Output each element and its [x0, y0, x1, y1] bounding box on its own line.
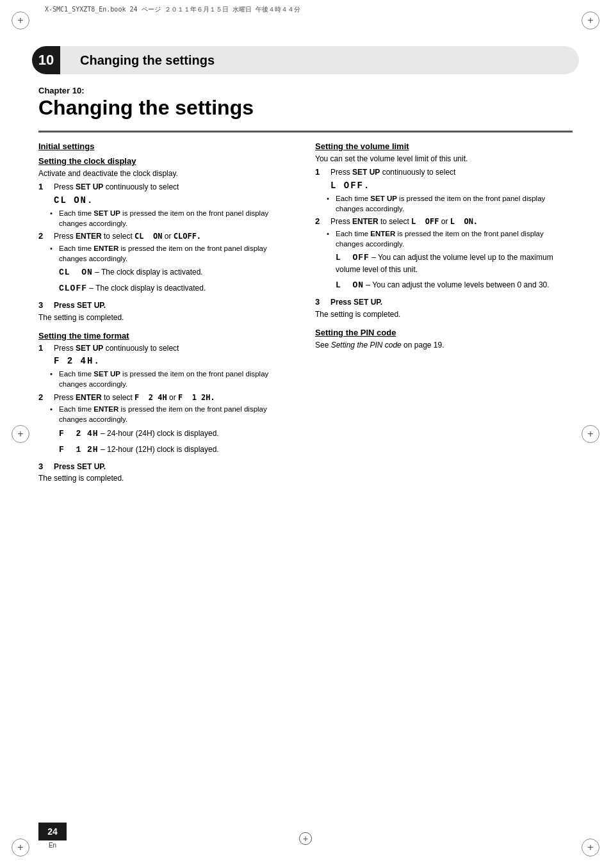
time-option2-text: – 12-hour (12H) clock is displayed.: [101, 445, 219, 454]
header-bar: 10 Changing the settings: [32, 46, 579, 74]
volume-option2: L ON – You can adjust the volume levels …: [336, 279, 573, 292]
time-step3-text: Press SET UP.: [54, 462, 296, 472]
page-number: 24: [38, 823, 67, 840]
volume-step3-sub: The setting is completed.: [315, 309, 573, 320]
volume-option1: L OFF – You can adjust the volume level …: [336, 252, 573, 276]
time-step3: 3 Press SET UP.: [38, 462, 296, 472]
header-title: Changing the settings: [80, 53, 215, 68]
volume-option2-display: L ON: [336, 280, 364, 290]
volume-step1-number: 1: [315, 167, 325, 177]
time-step2-text: Press ENTER to select F 2 4H or F 1 2H.: [54, 392, 296, 403]
volume-step1-display: L OFF.: [330, 181, 573, 191]
registration-mark-bottom-right: [582, 839, 599, 856]
time-step2: 2 Press ENTER to select F 2 4H or F 1 2H…: [38, 392, 296, 403]
chapter-main-title: Changing the settings: [38, 97, 573, 119]
clock-step1-number: 1: [38, 182, 49, 191]
column-left: Initial settings Setting the clock displ…: [38, 141, 296, 488]
clock-step3-sub: The setting is completed.: [38, 312, 296, 323]
time-step1-number: 1: [38, 343, 49, 353]
column-right: Setting the volume limit You can set the…: [315, 141, 573, 488]
time-step1-text: Press SET UP continuously to select: [54, 343, 296, 354]
clock-option1-text: – The clock display is activated.: [95, 268, 203, 277]
volume-step1-bullet: Each time SET UP is pressed the item on …: [336, 193, 573, 214]
clock-step1-text: Press SET UP continuously to select: [54, 182, 296, 193]
clock-option2-display: CLOFF: [59, 284, 87, 293]
page-sub: En: [38, 842, 67, 849]
clock-step1-display: CL ON.: [54, 195, 296, 205]
section-divider: [38, 131, 573, 133]
time-format-heading: Setting the time format: [38, 331, 296, 341]
time-step2-bullet: Each time ENTER is pressed the item on t…: [59, 404, 296, 424]
volume-limit-description: You can set the volume level limit of th…: [315, 154, 573, 165]
clock-step2-text: Press ENTER to select CL ON or CLOFF.: [54, 231, 296, 242]
clock-option2: CLOFF – The clock display is deactivated…: [59, 282, 296, 295]
clock-step1: 1 Press SET UP continuously to select: [38, 182, 296, 193]
time-step2-number: 2: [38, 392, 49, 402]
content-area: Chapter 10: Changing the settings Initia…: [38, 74, 573, 488]
volume-step3-number: 3: [315, 297, 325, 307]
clock-option2-text: – The clock display is deactivated.: [89, 284, 206, 293]
volume-step2-number: 2: [315, 216, 325, 226]
clock-option1-display: CL ON: [59, 268, 93, 277]
pin-code-heading: Setting the PIN code: [315, 328, 573, 337]
clock-step3: 3 Press SET UP.: [38, 300, 296, 311]
file-header: X-SMC1_SYXZT8_En.book 24 ページ ２０１１年６月１５日 …: [45, 5, 566, 14]
time-option1-display: F 2 4H: [59, 429, 99, 438]
clock-step1-bullet: Each time SET UP is pressed the item on …: [59, 208, 296, 229]
time-step1-bullet: Each time SET UP is pressed the item on …: [59, 369, 296, 389]
time-option1: F 2 4H – 24-hour (24H) clock is displaye…: [59, 428, 296, 440]
clock-display-description: Activate and deactivate the clock displa…: [38, 168, 296, 179]
volume-step2: 2 Press ENTER to select L OFF or L ON.: [315, 216, 573, 227]
clock-step2: 2 Press ENTER to select CL ON or CLOFF.: [38, 231, 296, 242]
time-step1: 1 Press SET UP continuously to select: [38, 343, 296, 354]
clock-step3-text: Press SET UP.: [54, 300, 296, 311]
initial-settings-heading: Initial settings: [38, 141, 296, 151]
volume-step2-text: Press ENTER to select L OFF or L ON.: [330, 216, 573, 227]
chapter-label: Chapter 10:: [38, 86, 573, 95]
registration-mark-bottom-left: [12, 839, 29, 856]
volume-step1-text: Press SET UP continuously to select: [330, 167, 573, 178]
clock-step3-number: 3: [38, 300, 49, 310]
registration-mark-mid-left: [12, 425, 29, 443]
volume-step2-bullet: Each time ENTER is pressed the item on t…: [336, 229, 573, 249]
registration-mark-top-right: [582, 12, 599, 29]
volume-limit-heading: Setting the volume limit: [315, 141, 573, 151]
time-option2: F 1 2H – 12-hour (12H) clock is displaye…: [59, 444, 296, 456]
center-crosshair-bottom: +: [299, 832, 312, 845]
registration-mark-mid-right: [582, 425, 599, 443]
clock-display-heading: Setting the clock display: [38, 156, 296, 166]
clock-step2-bullet: Each time ENTER is pressed the item on t…: [59, 243, 296, 264]
registration-mark-top-left: [12, 12, 29, 29]
volume-step3-text: Press SET UP.: [330, 297, 573, 308]
clock-option1: CL ON – The clock display is activated.: [59, 266, 296, 279]
time-step3-number: 3: [38, 462, 49, 471]
volume-step1: 1 Press SET UP continuously to select: [315, 167, 573, 178]
time-option1-text: – 24-hour (24H) clock is displayed.: [101, 429, 219, 438]
time-step3-sub: The setting is completed.: [38, 473, 296, 484]
chapter-number-badge: 10: [32, 46, 60, 74]
two-column-layout: Initial settings Setting the clock displ…: [38, 141, 573, 488]
footer: 24 En: [38, 823, 67, 849]
volume-option2-text: – You can adjust the volume levels betwe…: [366, 280, 549, 289]
time-step1-display: F 2 4H.: [54, 356, 296, 366]
clock-step2-number: 2: [38, 231, 49, 241]
volume-step3: 3 Press SET UP.: [315, 297, 573, 308]
volume-option1-display: L OFF: [336, 253, 370, 262]
pin-code-description: See Setting the PIN code on page 19.: [315, 340, 573, 351]
time-option2-display: F 1 2H: [59, 445, 99, 454]
